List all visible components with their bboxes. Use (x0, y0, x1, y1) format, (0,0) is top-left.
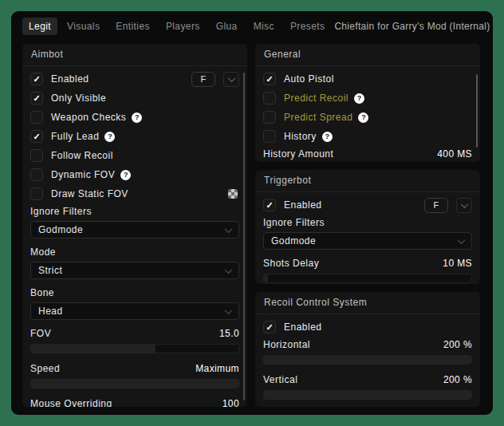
value-history-amount: 400 MS (437, 148, 472, 160)
value-vertical: 200 % (443, 374, 472, 385)
panel-triggerbot: Triggerbot ✓ Enabled F Ignore Filters Go… (255, 170, 480, 284)
chevron-down-icon (225, 225, 233, 233)
checkbox-only-visible[interactable]: ✓ (30, 92, 43, 105)
content-area: Aimbot ✓ Enabled F ✓ Only Visible ✓ Weap… (22, 44, 482, 407)
checkbox-aimbot-enabled[interactable]: ✓ (30, 73, 43, 85)
tab-presets[interactable]: Presets (284, 18, 331, 35)
cheat-window: Legit Visuals Entities Players Glua Misc… (11, 11, 493, 415)
label-bone: Bone (30, 287, 239, 298)
panel-rcs-title: Recoil Control System (255, 292, 480, 314)
help-icon[interactable]: ? (358, 112, 368, 123)
label-follow-recoil: Follow Recoil (51, 150, 113, 161)
value-horizontal: 200 % (443, 339, 472, 350)
row-weapon-checks: ✓ Weapon Checks ? (30, 110, 239, 124)
check-icon: ✓ (266, 201, 273, 210)
value-shots-delay: 10 MS (443, 258, 472, 269)
tab-players[interactable]: Players (159, 18, 207, 35)
chevron-down-icon (227, 74, 235, 82)
tab-glua[interactable]: Glua (210, 18, 244, 35)
check-icon: ✓ (33, 75, 40, 84)
row-follow-recoil: ✓ Follow Recoil (30, 148, 239, 163)
checkbox-history[interactable]: ✓ (263, 130, 276, 143)
row-triggerbot-enabled: ✓ Enabled F (263, 198, 472, 212)
checkbox-dynamic-fov[interactable]: ✓ (30, 168, 43, 181)
checkbox-draw-static-fov[interactable]: ✓ (30, 187, 43, 200)
panel-general: General ✓ Auto Pistol ✓ Predict Recoil ?… (255, 44, 480, 162)
tab-legit[interactable]: Legit (22, 18, 57, 35)
panel-rcs: Recoil Control System ✓ Enabled Horizont… (255, 292, 480, 407)
check-icon: ✓ (266, 75, 273, 84)
label-vertical: Vertical (263, 374, 297, 385)
row-history-amount: History Amount 400 MS (263, 148, 472, 160)
label-mouse-overriding: Mouse Overriding (30, 398, 112, 407)
checkbox-auto-pistol[interactable]: ✓ (263, 73, 276, 85)
label-draw-static-fov: Draw Static FOV (51, 188, 128, 199)
panel-aimbot: Aimbot ✓ Enabled F ✓ Only Visible ✓ Weap… (22, 44, 247, 407)
row-draw-static-fov: ✓ Draw Static FOV (30, 187, 239, 201)
label-fov: FOV (30, 328, 51, 339)
checkbox-rcs-enabled[interactable]: ✓ (263, 321, 276, 333)
keybind-mode-dropdown-triggerbot[interactable] (456, 198, 472, 213)
chevron-down-icon (458, 236, 466, 244)
tab-entities[interactable]: Entities (109, 18, 156, 35)
checkbox-predict-spread[interactable]: ✓ (263, 111, 276, 124)
row-horizontal: Horizontal 200 % (263, 339, 472, 350)
tab-misc[interactable]: Misc (247, 18, 281, 35)
checkbox-triggerbot-enabled[interactable]: ✓ (263, 199, 276, 211)
row-only-visible: ✓ Only Visible (30, 91, 239, 105)
label-fully-lead: Fully Lead (51, 131, 99, 142)
dropdown-ignore-filters[interactable]: Godmode (30, 221, 239, 239)
scrollbar-aimbot[interactable] (243, 73, 245, 400)
label-predict-spread: Predict Spread (284, 112, 352, 123)
chevron-down-icon (460, 200, 468, 208)
row-history: ✓ History ? (263, 129, 472, 144)
label-history-amount: History Amount (263, 148, 333, 160)
value-mouse-overriding: 100 (222, 398, 239, 407)
label-ignore-filters: Ignore Filters (30, 206, 239, 217)
label-dynamic-fov: Dynamic FOV (51, 169, 115, 180)
checkbox-weapon-checks[interactable]: ✓ (30, 111, 43, 124)
help-icon[interactable]: ? (104, 132, 115, 142)
row-rcs-enabled: ✓ Enabled (263, 320, 472, 334)
check-icon: ✓ (33, 132, 40, 141)
dropdown-value: Head (38, 306, 63, 317)
row-vertical: Vertical 200 % (263, 374, 472, 385)
slider-speed[interactable] (30, 379, 239, 389)
label-triggerbot-enabled: Enabled (284, 199, 322, 211)
dropdown-tb-ignore-filters[interactable]: Godmode (263, 232, 472, 250)
checkbox-fully-lead[interactable]: ✓ (30, 130, 43, 143)
row-predict-spread: ✓ Predict Spread ? (263, 110, 472, 124)
help-icon[interactable]: ? (322, 132, 333, 142)
row-aimbot-enabled: ✓ Enabled F (30, 72, 239, 86)
row-fov: FOV 15.0 (30, 328, 239, 339)
keybind-mode-dropdown-aimbot[interactable] (223, 72, 239, 87)
row-fully-lead: ✓ Fully Lead ? (30, 129, 239, 144)
slider-horizontal[interactable] (263, 355, 472, 365)
label-shots-delay: Shots Delay (263, 258, 319, 269)
checkbox-predict-recoil[interactable]: ✓ (263, 92, 276, 105)
tab-bar: Legit Visuals Entities Players Glua Misc… (22, 18, 482, 35)
slider-fov[interactable] (30, 344, 239, 353)
keybind-button-aimbot[interactable]: F (191, 72, 215, 87)
label-mode: Mode (30, 247, 239, 258)
tab-visuals[interactable]: Visuals (61, 18, 106, 35)
row-auto-pistol: ✓ Auto Pistol (263, 72, 472, 86)
scrollbar-general[interactable] (476, 74, 478, 148)
label-rcs-enabled: Enabled (284, 321, 322, 333)
panel-triggerbot-title: Triggerbot (255, 170, 480, 192)
panel-aimbot-title: Aimbot (22, 44, 247, 66)
help-icon[interactable]: ? (354, 93, 364, 104)
label-speed: Speed (30, 363, 60, 374)
slider-vertical[interactable] (263, 390, 472, 400)
dropdown-value: Godmode (271, 235, 316, 247)
help-icon[interactable]: ? (120, 170, 131, 180)
slider-shots-delay[interactable] (263, 274, 472, 283)
dropdown-mode[interactable]: Strict (30, 262, 239, 279)
dropdown-value: Strict (38, 265, 62, 276)
checkbox-follow-recoil[interactable]: ✓ (30, 149, 43, 162)
dropdown-bone[interactable]: Head (30, 302, 239, 320)
value-speed: Maximum (195, 363, 239, 374)
color-swatch[interactable] (228, 189, 238, 199)
keybind-button-triggerbot[interactable]: F (424, 198, 448, 213)
help-icon[interactable]: ? (132, 112, 142, 123)
